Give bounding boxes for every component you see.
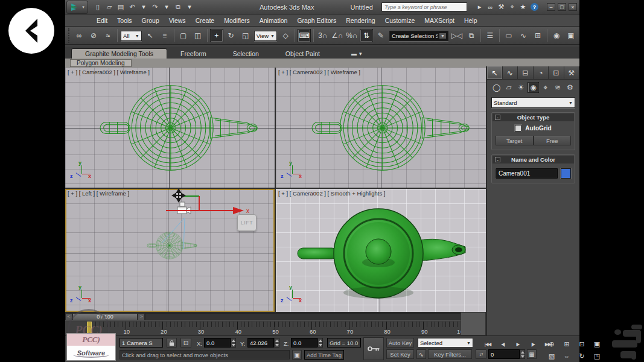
object-type-rollout-header[interactable]: - Object Type — [493, 113, 574, 121]
ribbon-minimize-icon[interactable]: ▬ — [351, 51, 357, 57]
favorites-star-icon[interactable]: ★ — [518, 3, 528, 11]
snap-toggle-3d-icon[interactable]: 3∩ — [316, 29, 330, 42]
ribbon-minimize-control[interactable]: ▬ ▾ — [351, 51, 362, 57]
select-and-rotate-icon[interactable]: ↻ — [225, 29, 238, 42]
key-mode-toggle[interactable]: ⇄ — [476, 349, 486, 359]
viewport-label[interactable]: [ + ] [ Camera002 ] [ Wireframe ] — [68, 69, 150, 75]
curve-editor-icon[interactable]: ∿ — [517, 29, 530, 42]
set-key-button[interactable]: Set Key — [386, 349, 414, 359]
default-in-out-tangent-icon[interactable]: ∿ — [416, 349, 426, 359]
material-editor-icon[interactable]: ◉ — [550, 29, 563, 42]
collapse-icon[interactable]: - — [495, 157, 500, 162]
mirror-icon[interactable]: ▷◁ — [450, 29, 464, 42]
unlink-selection-icon[interactable]: ⊘ — [87, 29, 100, 42]
selection-lock-toggle[interactable] — [167, 338, 177, 348]
spinner-snap-icon[interactable]: ⇅ — [360, 29, 373, 42]
utilities-tab-icon[interactable]: ⚒ — [564, 66, 580, 79]
object-name-field[interactable]: Camera001 — [496, 168, 558, 179]
go-to-start-button[interactable]: |◀◀ — [481, 337, 494, 351]
time-tag-icon[interactable]: ▣ — [292, 350, 302, 360]
menu-item[interactable]: Animation — [255, 17, 293, 24]
free-camera-button[interactable]: Free — [534, 136, 572, 145]
set-keys-button[interactable] — [363, 337, 384, 360]
zoom-extents-icon[interactable]: ⊡ — [575, 337, 588, 351]
time-slider-next-button[interactable]: > — [138, 313, 145, 320]
back-button[interactable] — [8, 8, 54, 54]
shapes-icon[interactable]: ▱ — [503, 82, 514, 93]
zoom-icon[interactable]: ⊕ — [545, 337, 558, 351]
select-and-link-icon[interactable]: ∞ — [72, 29, 86, 42]
new-file-icon[interactable]: ▯ — [93, 3, 103, 11]
current-frame-field[interactable]: 0 — [488, 349, 520, 359]
menu-item[interactable]: Edit — [92, 17, 112, 24]
menu-item[interactable]: Views — [164, 17, 191, 24]
time-slider-track[interactable] — [145, 313, 485, 320]
edit-named-selection-sets-icon[interactable]: ✎ — [374, 29, 387, 42]
project-folder-icon[interactable]: ⧉ — [173, 3, 183, 11]
previous-frame-button[interactable]: ◀| — [496, 337, 509, 351]
viewport-bottom-right[interactable]: [ + ] [ Camera002 ] [ Smooth + Highlight… — [276, 189, 486, 312]
viewport-label[interactable]: [ + ] [ Camera002 ] [ Wireframe ] — [278, 69, 360, 75]
cameras-icon[interactable]: ◉ — [528, 82, 539, 93]
systems-icon[interactable]: ⚙ — [564, 82, 576, 93]
pan-hand-icon[interactable]: ⇔ — [560, 349, 573, 362]
select-and-move-icon[interactable]: + — [210, 29, 223, 42]
x-spinner[interactable] — [231, 338, 236, 348]
application-menu-button[interactable]: ▾ — [66, 1, 88, 14]
menu-item[interactable]: Modifiers — [219, 17, 255, 24]
menu-item[interactable]: Group — [137, 17, 164, 24]
quick-access-caret-icon[interactable]: ▾ — [185, 3, 194, 11]
graphite-ribbon-toggle-icon[interactable]: ▭ — [502, 29, 515, 42]
zoom-all-icon[interactable]: ⊞ — [560, 337, 573, 351]
x-coord-field[interactable]: 0.0 — [204, 338, 231, 348]
viewport-top-left[interactable]: [ + ] [ Camera002 ] [ Wireframe ] yzx — [65, 68, 275, 188]
track-bar[interactable]: 102030405060708090100 — [65, 320, 486, 335]
align-icon[interactable]: ⧉ — [465, 29, 478, 42]
menu-item[interactable]: Help — [459, 17, 482, 24]
search-go-icon[interactable]: ▸ — [475, 3, 484, 11]
ribbon-tab-graphite[interactable]: Graphite Modeling Tools — [71, 48, 167, 59]
close-button[interactable]: × — [569, 3, 577, 11]
selection-filter-select[interactable]: All▼ — [121, 31, 142, 41]
display-tab-icon[interactable]: ⊡ — [549, 66, 564, 79]
frame-spinner[interactable] — [520, 349, 525, 359]
redo-icon[interactable]: ↷ — [150, 3, 160, 11]
select-object-icon[interactable]: ↖ — [144, 29, 157, 42]
minimize-button[interactable]: – — [547, 3, 555, 11]
next-frame-button[interactable]: |▶ — [526, 337, 540, 351]
absolute-mode-toggle-icon[interactable]: ⊡ — [180, 338, 191, 348]
open-file-icon[interactable]: ▱ — [104, 3, 114, 11]
z-coord-field[interactable]: 0.0 — [291, 338, 317, 348]
space-warps-icon[interactable]: ≋ — [552, 82, 564, 93]
keyboard-shortcut-override-icon[interactable]: ⌨ — [298, 29, 311, 42]
redo-caret-icon[interactable]: ▾ — [162, 3, 171, 11]
polygon-modeling-panel-tab[interactable]: Polygon Modeling — [70, 59, 132, 67]
menu-item[interactable]: Rendering — [341, 17, 380, 24]
undo-icon[interactable]: ↶ — [127, 3, 137, 11]
add-time-tag[interactable]: Add Time Tag — [304, 350, 344, 360]
named-selection-sets-select[interactable]: Create Selection Se▼ — [389, 31, 448, 41]
time-configuration-icon[interactable]: ▦ — [527, 349, 537, 359]
modify-tab-icon[interactable]: ∿ — [503, 66, 518, 79]
menu-item[interactable]: Graph Editors — [292, 17, 341, 24]
menu-item[interactable]: MAXScript — [419, 17, 459, 24]
ribbon-tab-object-paint[interactable]: Object Paint — [272, 49, 333, 59]
orbit-icon[interactable]: ↻ — [575, 349, 588, 362]
key-filters-button[interactable]: Key Filters... — [428, 349, 472, 359]
schematic-view-icon[interactable]: ⊞ — [531, 29, 544, 42]
zoom-extents-all-icon[interactable]: ▣ — [590, 337, 604, 351]
save-file-icon[interactable]: ▤ — [116, 3, 126, 11]
rectangular-selection-region-icon[interactable]: ▢ — [177, 29, 190, 42]
search-input[interactable] — [381, 2, 467, 11]
motion-tab-icon[interactable]: ◔ — [534, 66, 549, 79]
geometry-icon[interactable]: ◯ — [491, 82, 502, 93]
helpers-icon[interactable]: ⌖ — [540, 82, 551, 93]
y-spinner[interactable] — [274, 338, 279, 348]
render-setup-icon[interactable]: ▣ — [564, 29, 578, 42]
ribbon-tab-selection[interactable]: Selection — [220, 49, 272, 59]
target-camera-button[interactable]: Target — [496, 136, 534, 145]
name-color-rollout-header[interactable]: - Name and Color — [493, 156, 574, 164]
undo-caret-icon[interactable]: ▾ — [139, 3, 148, 11]
hierarchy-tab-icon[interactable]: ⊟ — [518, 66, 534, 79]
object-color-swatch[interactable] — [561, 168, 571, 179]
